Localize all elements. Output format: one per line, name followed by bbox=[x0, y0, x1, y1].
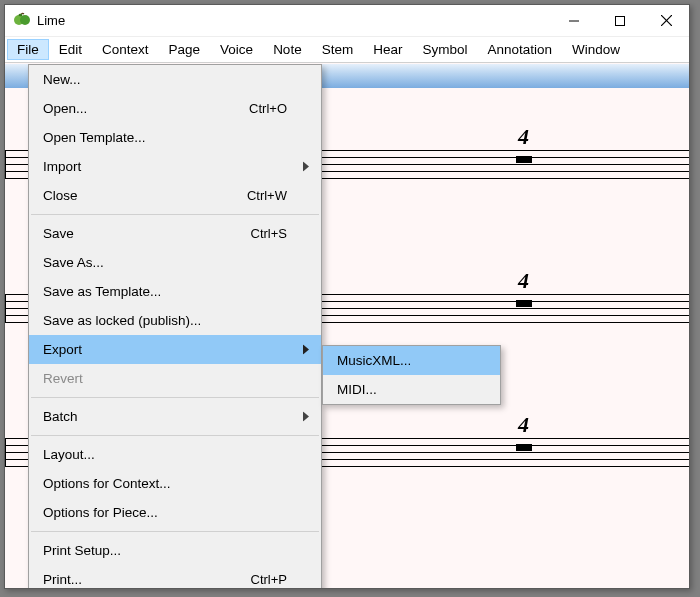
menuitem-import[interactable]: Import bbox=[29, 152, 321, 181]
score-area: 4 4 4 New... Open...Ctrl+O Open Template… bbox=[5, 64, 689, 588]
submenuitem-midi[interactable]: MIDI... bbox=[323, 375, 500, 404]
titlebar: Lime bbox=[5, 5, 689, 37]
time-signature: 4 bbox=[518, 412, 529, 438]
app-window: Lime File Edit Context Page Voice Note S… bbox=[4, 4, 690, 589]
whole-rest-icon bbox=[516, 444, 532, 451]
menuitem-print-setup[interactable]: Print Setup... bbox=[29, 536, 321, 565]
menuitem-save-as[interactable]: Save As... bbox=[29, 248, 321, 277]
menuitem-batch[interactable]: Batch bbox=[29, 402, 321, 431]
menu-voice[interactable]: Voice bbox=[210, 39, 263, 60]
close-button[interactable] bbox=[643, 5, 689, 36]
menuitem-save-as-locked[interactable]: Save as locked (publish)... bbox=[29, 306, 321, 335]
menuitem-layout[interactable]: Layout... bbox=[29, 440, 321, 469]
maximize-button[interactable] bbox=[597, 5, 643, 36]
chevron-right-icon bbox=[303, 342, 309, 357]
menuitem-new[interactable]: New... bbox=[29, 65, 321, 94]
chevron-right-icon bbox=[303, 159, 309, 174]
menu-window[interactable]: Window bbox=[562, 39, 630, 60]
app-icon bbox=[13, 12, 31, 30]
chevron-right-icon bbox=[303, 409, 309, 424]
menuitem-save-as-template[interactable]: Save as Template... bbox=[29, 277, 321, 306]
menu-symbol[interactable]: Symbol bbox=[412, 39, 477, 60]
menuitem-save[interactable]: SaveCtrl+S bbox=[29, 219, 321, 248]
menuitem-options-piece[interactable]: Options for Piece... bbox=[29, 498, 321, 527]
menu-separator bbox=[31, 214, 319, 215]
whole-rest-icon bbox=[516, 300, 532, 307]
svg-line-6 bbox=[661, 15, 672, 26]
menuitem-options-context[interactable]: Options for Context... bbox=[29, 469, 321, 498]
menuitem-open[interactable]: Open...Ctrl+O bbox=[29, 94, 321, 123]
whole-rest-icon bbox=[516, 156, 532, 163]
svg-point-1 bbox=[20, 15, 30, 25]
window-controls bbox=[551, 5, 689, 36]
menuitem-print[interactable]: Print...Ctrl+P bbox=[29, 565, 321, 588]
svg-point-2 bbox=[19, 13, 23, 15]
menu-separator bbox=[31, 397, 319, 398]
minimize-button[interactable] bbox=[551, 5, 597, 36]
svg-line-5 bbox=[661, 15, 672, 26]
time-signature: 4 bbox=[518, 268, 529, 294]
export-submenu: MusicXML... MIDI... bbox=[322, 345, 501, 405]
submenuitem-musicxml[interactable]: MusicXML... bbox=[323, 346, 500, 375]
menuitem-revert: Revert bbox=[29, 364, 321, 393]
menuitem-close[interactable]: CloseCtrl+W bbox=[29, 181, 321, 210]
menu-stem[interactable]: Stem bbox=[312, 39, 364, 60]
menuitem-open-template[interactable]: Open Template... bbox=[29, 123, 321, 152]
menu-page[interactable]: Page bbox=[159, 39, 211, 60]
menuitem-export[interactable]: Export bbox=[29, 335, 321, 364]
menu-edit[interactable]: Edit bbox=[49, 39, 92, 60]
menu-context[interactable]: Context bbox=[92, 39, 159, 60]
window-title: Lime bbox=[37, 13, 551, 28]
svg-rect-4 bbox=[616, 16, 625, 25]
menu-separator bbox=[31, 531, 319, 532]
menu-hear[interactable]: Hear bbox=[363, 39, 412, 60]
menubar: File Edit Context Page Voice Note Stem H… bbox=[5, 37, 689, 63]
menu-note[interactable]: Note bbox=[263, 39, 312, 60]
menu-file[interactable]: File bbox=[7, 39, 49, 60]
file-menu-dropdown: New... Open...Ctrl+O Open Template... Im… bbox=[28, 64, 322, 588]
menu-separator bbox=[31, 435, 319, 436]
time-signature: 4 bbox=[518, 124, 529, 150]
menu-annotation[interactable]: Annotation bbox=[477, 39, 562, 60]
